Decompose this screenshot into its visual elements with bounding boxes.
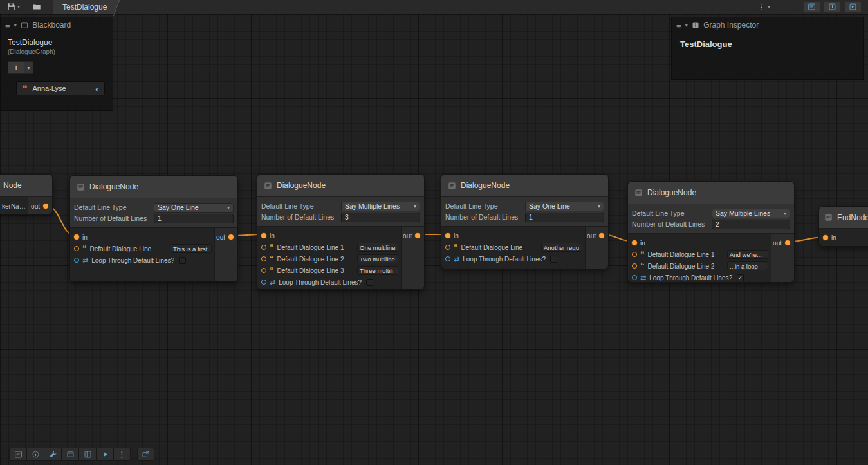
out-port[interactable] [415,233,420,238]
num-lines-label: Number of Default Lines [445,213,525,221]
collapse-arrow-icon[interactable]: ▾ [685,22,688,28]
out-port[interactable] [599,233,604,238]
dropdown-arrow-icon: ▾ [227,205,230,211]
preview-toggle-icon [849,3,857,11]
drag-handle-icon[interactable]: ≡ [676,21,681,30]
quote-icon: “ [82,247,87,251]
wrench-icon [49,450,57,459]
play-button[interactable] [96,448,113,461]
node-title-bar[interactable]: DialogueNode [70,176,237,198]
blackboard-panel[interactable]: ≡ ▾ Blackboard TestDialogue (DialogueGra… [0,17,113,111]
dialogue-line-port[interactable] [632,252,637,257]
loop-checkbox[interactable]: ✓ [737,274,744,281]
panels-button[interactable] [78,448,96,461]
more-menu-button-bottom[interactable]: ⋮ [113,448,131,461]
bottom-toolbar-group: ⋮ [9,448,131,461]
num-lines-input[interactable]: 1 [525,213,604,222]
toggle-blackboard-button[interactable] [803,1,820,12]
panel-icon [84,450,92,459]
dialogue-line-input[interactable]: Another regu [541,243,582,252]
dialogue-line-port-row: “ Default Dialogue Line 3 Three multili [261,265,401,276]
node-title: EndNode [837,213,868,222]
dropdown-arrow-icon: ▾ [768,4,770,10]
blackboard-header[interactable]: ≡ ▾ Blackboard [1,17,113,33]
loop-icon: ⇄ [270,279,275,286]
toggle-blackboard-button-bottom[interactable] [9,448,26,461]
loop-port[interactable] [445,256,450,261]
out-port[interactable] [785,240,790,245]
open-asset-button[interactable] [29,1,44,13]
inspector-header[interactable]: ≡ ▾ Graph Inspector [672,17,863,33]
in-port-row: in [445,230,585,242]
num-lines-label: Number of Default Lines [632,220,712,228]
dialogue-line-port[interactable] [261,245,266,250]
drag-handle-icon[interactable]: ≡ [5,21,10,30]
graph-inspector-panel[interactable]: ≡ ▾ Graph Inspector TestDialogue [671,17,864,80]
node-title-bar[interactable]: EndNode [819,207,868,229]
line-type-dropdown[interactable]: Say One Line ▾ [154,203,234,213]
blackboard-toggle-icon [808,3,816,11]
dialogue-node-1[interactable]: DialogueNode Default Line Type Say One L… [69,175,238,282]
line-type-dropdown[interactable]: Say Multiple Lines ▾ [341,202,420,211]
dialogue-line-input[interactable]: ...in a loop [727,261,768,270]
speaker-node-partial[interactable]: Node kerName out [0,174,53,214]
loop-port[interactable] [632,275,637,280]
node-title-bar[interactable]: Node [0,175,52,197]
breadcrumb-tab[interactable]: TestDialogue [53,0,120,14]
node-title-bar[interactable]: DialogueNode [441,175,608,197]
collapse-arrow-icon[interactable]: ▾ [14,22,17,28]
expand-chevron-icon[interactable]: ‹ [95,84,98,93]
in-port[interactable] [445,233,450,238]
dialogue-line-port[interactable] [74,246,79,251]
line-type-dropdown[interactable]: Say Multiple Lines ▾ [712,209,790,218]
in-port[interactable] [823,235,828,240]
dialogue-line-port[interactable] [261,268,266,273]
loop-checkbox[interactable] [366,279,373,286]
blackboard-graph-type: (DialogueGraph) [1,47,113,55]
loop-checkbox[interactable] [179,257,186,264]
dialogue-line-input[interactable]: Two multiline [357,254,398,263]
dialogue-line-port[interactable] [632,263,637,269]
node-title: DialogueNode [647,188,696,197]
add-field-button[interactable]: + [8,61,24,74]
in-port[interactable] [632,240,637,245]
quote-icon: “ [640,252,645,256]
line-type-label: Default Line Type [445,202,525,210]
blackboard-field-anna-lyse[interactable]: “ Anna-Lyse ‹ [16,81,105,95]
num-lines-input[interactable]: 1 [154,214,234,223]
dialogue-line-input[interactable]: Three multili [357,266,398,275]
line-type-dropdown[interactable]: Say One Line ▾ [525,202,604,211]
dialogue-line-port[interactable] [445,245,450,250]
toggle-inspector-button-bottom[interactable] [26,448,44,461]
add-field-dropdown-button[interactable]: ▾ [24,61,33,74]
node-title-bar[interactable]: DialogueNode [257,175,424,197]
save-button[interactable]: ▾ [4,1,23,13]
node-title-bar[interactable]: DialogueNode [628,182,794,204]
dialogue-line-input[interactable]: This is a first [171,244,212,253]
open-external-button[interactable] [137,448,154,461]
dialogue-line-port-row: “ Default Dialogue Line Another regu [445,242,585,253]
in-port[interactable] [261,233,266,238]
out-port[interactable] [43,204,48,209]
panel-title: Blackboard [32,21,71,30]
toggle-inspector-button[interactable] [824,1,841,12]
dialogue-node-2[interactable]: DialogueNode Default Line Type Say Multi… [257,174,425,290]
dialogue-node-3[interactable]: DialogueNode Default Line Type Say One L… [441,174,609,269]
num-lines-input[interactable]: 2 [712,220,790,229]
node-fields: Default Line Type Say One Line ▾ Number … [441,197,608,227]
end-node[interactable]: EndNode in [818,206,868,247]
out-port[interactable] [228,234,234,240]
dialogue-line-input[interactable]: One multiline [357,243,398,252]
loop-port[interactable] [261,280,266,285]
dialogue-line-port[interactable] [261,256,266,261]
in-port[interactable] [74,234,79,240]
dialogue-node-4[interactable]: DialogueNode Default Line Type Say Multi… [627,181,795,283]
num-lines-input[interactable]: 3 [341,213,420,222]
more-menu-button[interactable]: ⋮ ▾ [754,1,774,13]
loop-checkbox[interactable] [550,256,557,263]
tools-button[interactable] [44,448,61,461]
toggle-preview-button[interactable] [844,1,862,12]
loop-port[interactable] [74,258,79,263]
window-button[interactable] [61,448,78,461]
dialogue-line-input[interactable]: And we're... [727,250,768,259]
